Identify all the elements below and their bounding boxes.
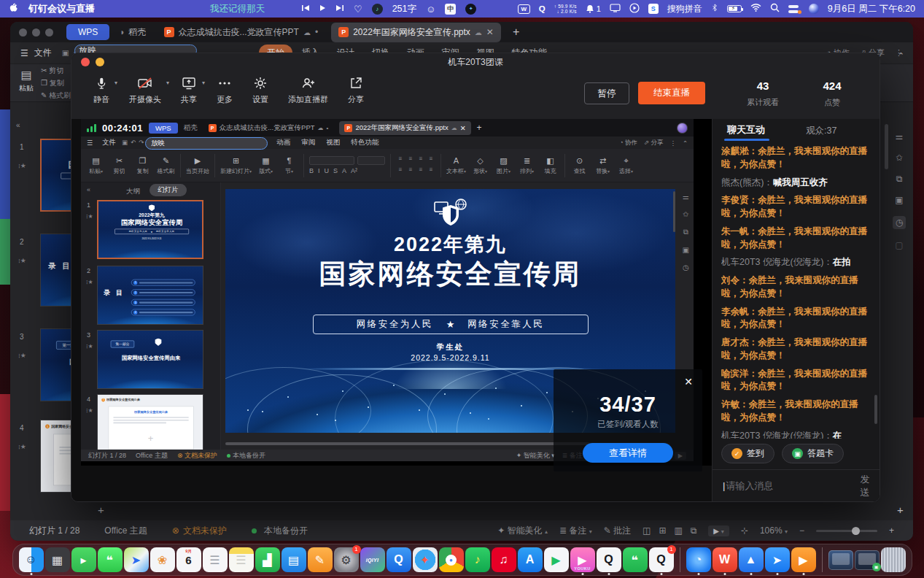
heart-icon[interactable]: ♡ [354, 4, 362, 15]
view-normal-icon[interactable]: ◫ [642, 525, 651, 536]
menubar-datetime[interactable]: 9月6日 周二 下午6:20 [828, 3, 915, 15]
format-painter-button[interactable]: ✎格式刷 [157, 156, 175, 175]
replace-button[interactable]: ⇄替换▾ [594, 156, 612, 175]
q-app-icon[interactable]: Q [539, 4, 546, 13]
dock-iqiyi[interactable]: iQIYI [360, 547, 385, 572]
dock-dingtalk[interactable]: ➤ [765, 547, 790, 572]
ime-name[interactable]: 搜狗拼音 [667, 3, 702, 15]
menu-tab-7[interactable]: 审阅 [296, 137, 320, 149]
tab-document-2[interactable]: P 2022年国家网络安全宣传.pptx ☁ ✕ [331, 23, 501, 42]
dock-minimized-window-1[interactable] [828, 550, 853, 570]
transition-icon[interactable]: ⧉ [896, 174, 903, 184]
dock-netease-music[interactable]: ♫ [492, 547, 516, 572]
image-tool-icon[interactable]: ▣ [895, 195, 903, 205]
slide-thumbnail-1[interactable]: 2022年第九 国家网络安全宣传周 网络安全为人民★网络安全靠人民 2022.9… [40, 139, 74, 212]
picture-button[interactable]: ▨图片▾ [494, 156, 513, 175]
status-backup[interactable]: 本地备份开 [252, 525, 308, 537]
format-painter-button[interactable]: ✎ 格式刷 [41, 90, 71, 101]
underline-button[interactable]: U [325, 167, 330, 174]
beautify-button[interactable]: ✦ 智能美化 ▴ [497, 525, 548, 537]
dock-tencent-classroom[interactable]: ▶ [791, 547, 816, 572]
file-menu[interactable]: 文件 [34, 47, 52, 59]
font-size-select[interactable] [357, 156, 385, 165]
dock-qq-music[interactable]: ♪ [465, 547, 490, 572]
shapes-button[interactable]: ◇形状▾ [471, 156, 489, 175]
file-menu[interactable]: 文件 [102, 138, 116, 147]
signin-button[interactable]: ✓签到 [721, 444, 774, 463]
shared-tab-doc1[interactable]: P众志成城抗击疫...党政宣传PPT☁• [203, 121, 334, 135]
view-details-button[interactable]: 查看详情 [583, 443, 673, 463]
find-button[interactable]: ⊙查找 [570, 156, 589, 175]
tab-wps-home[interactable]: WPS [66, 24, 109, 40]
beautify-button[interactable]: ✦ 智能美化 ▾ [516, 451, 555, 461]
section-button[interactable]: ¶节▾ [280, 156, 298, 175]
slide-thumbnail-4[interactable]: 1国家网络安全宣传周由来 国家网络安全宣传周由来 [40, 420, 74, 493]
status-protection[interactable]: ⊗ 文档未保护 [177, 451, 217, 461]
panel-collapse-icon[interactable]: « [16, 121, 20, 129]
bird-app-icon[interactable]: ✦ [465, 4, 476, 15]
toolbar-share-out-button[interactable]: 分享 [348, 75, 364, 105]
notification-bell-icon[interactable]: 1 [586, 4, 601, 14]
avatar[interactable] [677, 123, 688, 134]
play-from-button[interactable]: ▶当页开始 [186, 156, 209, 175]
media-previous-icon[interactable] [301, 4, 310, 14]
slide-thumbnail-2[interactable]: 录 目 1 2 3 4 [97, 266, 203, 325]
toolbar-add-group-button[interactable]: 添加直播群 [288, 75, 328, 105]
dock-meeting-app[interactable]: ▲ [739, 547, 764, 572]
align-button[interactable]: ≡ [427, 166, 435, 176]
align-button[interactable]: ≡ [416, 166, 425, 176]
status-theme[interactable]: Office 主题 [136, 451, 168, 461]
slides-tab[interactable]: 幻灯片 [150, 184, 187, 196]
pause-live-button[interactable]: 暂停 [584, 82, 629, 104]
zoom-slider-knob[interactable] [852, 527, 860, 535]
history-icon[interactable]: ◷ [683, 263, 689, 271]
view-show-icon[interactable]: ⧉ [691, 525, 697, 536]
chat-message-list[interactable]: 涂麒淞：余胜兰，我来围观你的直播啦，为你点赞！熊杰(熊杰)：喊我周五收齐李俊贤：… [721, 145, 871, 439]
collab-icon[interactable]: ◔ 协作 [619, 139, 637, 147]
dock-wps-office[interactable]: W [713, 547, 737, 572]
font-color-button[interactable]: A [342, 167, 346, 174]
notes-button[interactable]: ≣ 备注 ▾ [559, 525, 592, 537]
dock-reminders[interactable]: ☰ [203, 547, 228, 572]
chat-scrollbar[interactable] [874, 395, 877, 424]
copy-button[interactable]: ❐ 复制 [41, 78, 71, 88]
dock-qq[interactable]: Q [597, 547, 621, 572]
tab-audience[interactable]: 观众:37 [806, 125, 836, 137]
toolbar-more-button[interactable]: 更多 [217, 75, 233, 105]
more-menu-icon[interactable]: ⋮ [669, 139, 676, 147]
dock-minimized-window-2[interactable]: ▣ [855, 550, 880, 570]
add-slide-button[interactable]: + [148, 433, 154, 444]
outline-tab[interactable]: 大纲 [126, 187, 140, 196]
new-tab-button[interactable]: + [477, 123, 482, 133]
dock-chrome[interactable]: ● [439, 547, 464, 572]
zoom-in-button[interactable]: + [889, 525, 894, 536]
close-window-button[interactable] [81, 58, 90, 66]
align-button[interactable]: ≡ [406, 166, 415, 176]
dock-photos[interactable]: ❀ [150, 547, 175, 572]
display-mirroring-icon[interactable] [610, 4, 621, 15]
dock-calendar[interactable]: 69月 [176, 547, 201, 572]
status-backup[interactable]: 本地备份开 [227, 451, 265, 461]
window-traffic-lights[interactable] [19, 28, 53, 36]
dock-launchpad[interactable]: ▦ [45, 547, 70, 572]
zoom-level[interactable]: 106% ▾ [760, 525, 788, 536]
toolbar-mic-button[interactable]: ▾静音 [93, 75, 109, 105]
shared-tab-doc2[interactable]: P2022年国家网络安全宣传.pptx☁✕ [339, 121, 470, 135]
add-slide-button[interactable]: + [98, 504, 104, 516]
view-reading-icon[interactable]: ▥ [674, 525, 682, 536]
bluetooth-icon[interactable] [711, 3, 718, 15]
fit-window-icon[interactable]: ⊹ [741, 525, 748, 536]
ribbon-collapse-icon[interactable]: ⌃ [898, 51, 904, 61]
shared-tab-wps[interactable]: WPS [149, 123, 178, 134]
menu-tab-9[interactable]: 特色功能 [346, 137, 384, 149]
toolbar-share-screen-button[interactable]: ▾共享 [181, 75, 197, 105]
status-theme[interactable]: Office 主题 [104, 525, 147, 537]
panel-collapse-icon[interactable]: « [87, 186, 90, 193]
dock-finder[interactable]: ☺ [19, 547, 44, 572]
dock-numbers[interactable]: ▟ [255, 547, 280, 572]
dock-youku[interactable]: ▶YOUKU [570, 547, 595, 572]
strikethrough-button[interactable]: S [333, 167, 338, 174]
align-button[interactable]: ≡ [416, 155, 425, 165]
media-play-icon[interactable] [319, 4, 326, 14]
dock-maps[interactable]: ➤ [124, 547, 149, 572]
